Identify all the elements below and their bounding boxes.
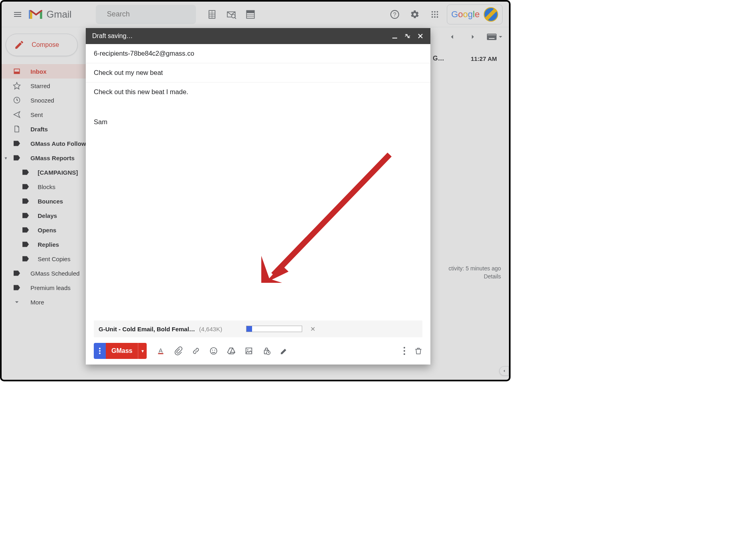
- google-logo-text: Google: [451, 9, 480, 20]
- label-icon: [12, 139, 22, 148]
- svg-point-44: [214, 350, 215, 351]
- next-icon[interactable]: [466, 30, 480, 44]
- svg-rect-0: [29, 10, 30, 18]
- svg-point-10: [232, 14, 235, 18]
- envelope-search-icon[interactable]: [223, 6, 239, 22]
- avatar[interactable]: [484, 7, 498, 22]
- details-link[interactable]: Details: [484, 273, 501, 280]
- minimize-icon[interactable]: [391, 33, 398, 39]
- svg-point-16: [434, 11, 436, 12]
- attachment-size: (4,643K): [199, 326, 222, 332]
- pen-icon[interactable]: [280, 346, 289, 355]
- search-bar[interactable]: [96, 5, 196, 24]
- svg-point-21: [432, 16, 433, 18]
- attachment-row[interactable]: G-Unit - Cold Email, Bold Femal… (4,643K…: [94, 320, 422, 337]
- settings-icon[interactable]: [407, 6, 423, 22]
- gmass-options-button[interactable]: [94, 343, 106, 359]
- confidential-icon[interactable]: [262, 346, 271, 355]
- pencil-icon: [14, 40, 24, 50]
- svg-rect-45: [246, 348, 252, 354]
- svg-point-17: [437, 11, 438, 12]
- compose-status: Draft saving…: [92, 32, 133, 40]
- fullscreen-exit-icon[interactable]: [404, 33, 411, 39]
- label-icon: [21, 196, 30, 206]
- svg-point-43: [212, 350, 213, 351]
- more-options-icon[interactable]: [403, 346, 406, 355]
- compose-dialog: Draft saving… 6-recipients-78be84c2@gmas…: [86, 28, 430, 365]
- mail-time: 11:27 AM: [471, 55, 497, 62]
- svg-text:?: ?: [393, 11, 396, 18]
- svg-rect-12: [246, 10, 254, 13]
- input-tool-selector[interactable]: [487, 33, 503, 40]
- apps-icon[interactable]: [427, 6, 443, 22]
- chevron-down-icon: [12, 297, 22, 307]
- gmass-send-button[interactable]: GMass: [106, 343, 138, 359]
- close-icon[interactable]: [417, 33, 424, 39]
- compose-to-field[interactable]: 6-recipients-78be84c2@gmass.co: [86, 44, 430, 63]
- google-account[interactable]: Google: [447, 4, 503, 24]
- help-icon[interactable]: ?: [387, 6, 403, 22]
- svg-point-42: [210, 348, 217, 355]
- svg-point-46: [247, 349, 248, 351]
- compose-button[interactable]: Compose: [6, 34, 78, 56]
- svg-rect-25: [14, 72, 19, 74]
- gmail-text: Gmail: [46, 9, 72, 20]
- label-icon: [21, 225, 30, 235]
- svg-point-20: [437, 14, 438, 15]
- attachment-name: G-Unit - Cold Email, Bold Femal…: [99, 326, 195, 332]
- prev-icon[interactable]: [445, 30, 459, 44]
- gmail-logo[interactable]: Gmail: [29, 7, 72, 22]
- svg-point-51: [404, 353, 405, 355]
- svg-rect-32: [493, 34, 493, 35]
- svg-point-49: [404, 347, 405, 348]
- header: Gmail ? Google: [2, 2, 509, 27]
- compose-label: Compose: [32, 41, 59, 48]
- star-icon: [12, 81, 22, 91]
- svg-point-37: [99, 348, 101, 349]
- pager: [445, 30, 503, 44]
- sheets-icon[interactable]: [204, 6, 220, 22]
- svg-rect-33: [494, 34, 495, 35]
- inbox-icon: [12, 66, 22, 76]
- svg-rect-41: [158, 353, 164, 355]
- label-icon: [12, 153, 22, 163]
- link-icon[interactable]: [192, 346, 200, 355]
- label-icon: [12, 283, 22, 292]
- drive-icon[interactable]: [227, 346, 236, 355]
- mail-subject: G…: [433, 55, 444, 62]
- svg-point-39: [99, 353, 101, 354]
- svg-rect-36: [392, 38, 397, 38]
- search-input[interactable]: [107, 10, 200, 18]
- emoji-icon[interactable]: [209, 346, 218, 355]
- svg-point-19: [434, 14, 436, 15]
- template-icon[interactable]: [242, 6, 258, 22]
- svg-point-18: [432, 14, 433, 15]
- svg-rect-35: [489, 38, 495, 39]
- compose-body[interactable]: Check out this new beat I made. Sam: [86, 83, 430, 320]
- format-text-icon[interactable]: A: [156, 346, 165, 355]
- menu-icon[interactable]: [8, 5, 27, 24]
- svg-point-15: [432, 11, 433, 12]
- attachment-remove-icon[interactable]: ✕: [310, 325, 315, 333]
- clock-icon: [12, 95, 22, 105]
- label-icon: [21, 240, 30, 249]
- compose-header[interactable]: Draft saving…: [86, 28, 430, 44]
- svg-rect-29: [489, 34, 490, 35]
- compose-toolbar: GMass ▼ A: [86, 337, 430, 365]
- sent-icon: [12, 110, 22, 119]
- compose-subject-field[interactable]: Check out my new beat: [86, 63, 430, 83]
- attach-icon[interactable]: [174, 346, 183, 355]
- footer-info: ctivity: 5 minutes ago Details: [448, 265, 501, 280]
- label-icon: [21, 167, 30, 177]
- svg-point-22: [434, 16, 436, 18]
- body-line: Check out this new beat I made.: [94, 88, 422, 96]
- svg-rect-31: [491, 34, 492, 35]
- side-panel-toggle[interactable]: [499, 366, 509, 376]
- svg-rect-30: [490, 34, 491, 35]
- discard-icon[interactable]: [414, 346, 422, 355]
- gmass-dropdown[interactable]: ▼: [138, 343, 147, 359]
- activity-text: ctivity: 5 minutes ago: [448, 265, 501, 272]
- label-icon: [21, 254, 30, 264]
- svg-point-23: [437, 16, 438, 18]
- image-icon[interactable]: [244, 346, 253, 355]
